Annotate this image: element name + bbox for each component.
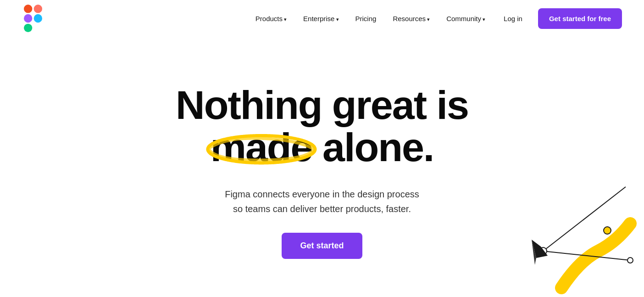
nav-links: Products Enterprise Pricing Resources Co…	[249, 8, 622, 29]
svg-rect-4	[24, 24, 32, 32]
hero-highlight-wrap: made	[211, 126, 312, 168]
svg-rect-2	[24, 14, 32, 22]
hero-title-after-highlight: alone.	[312, 124, 434, 170]
navbar: Products Enterprise Pricing Resources Co…	[0, 0, 644, 37]
svg-rect-1	[34, 5, 42, 13]
hero-section: Nothing great is made alone. Figma conne…	[0, 37, 644, 297]
svg-line-6	[543, 187, 626, 251]
pen-illustration	[516, 168, 644, 297]
hero-title-line1: Nothing great is	[176, 82, 468, 128]
svg-point-9	[604, 227, 611, 234]
figma-logo-icon	[22, 5, 44, 32]
logo[interactable]	[22, 5, 44, 32]
hero-title: Nothing great is made alone.	[176, 84, 468, 169]
svg-point-8	[539, 247, 547, 255]
nav-item-products[interactable]: Products	[249, 11, 293, 26]
svg-point-3	[34, 14, 42, 22]
nav-item-resources[interactable]: Resources	[386, 11, 436, 26]
nav-item-pricing[interactable]: Pricing	[349, 11, 383, 26]
login-button[interactable]: Log in	[497, 11, 529, 26]
pen-tool-illustration-icon	[516, 168, 644, 297]
hero-title-highlight: made	[211, 124, 312, 170]
hero-subtitle: Figma connects everyone in the design pr…	[225, 187, 419, 216]
get-started-button[interactable]: Get started	[282, 233, 362, 259]
svg-point-10	[627, 258, 633, 263]
get-started-free-button[interactable]: Get started for free	[538, 8, 622, 29]
svg-line-7	[543, 251, 630, 260]
svg-rect-0	[24, 5, 32, 13]
nav-item-enterprise[interactable]: Enterprise	[297, 11, 345, 26]
nav-item-community[interactable]: Community	[440, 11, 492, 26]
